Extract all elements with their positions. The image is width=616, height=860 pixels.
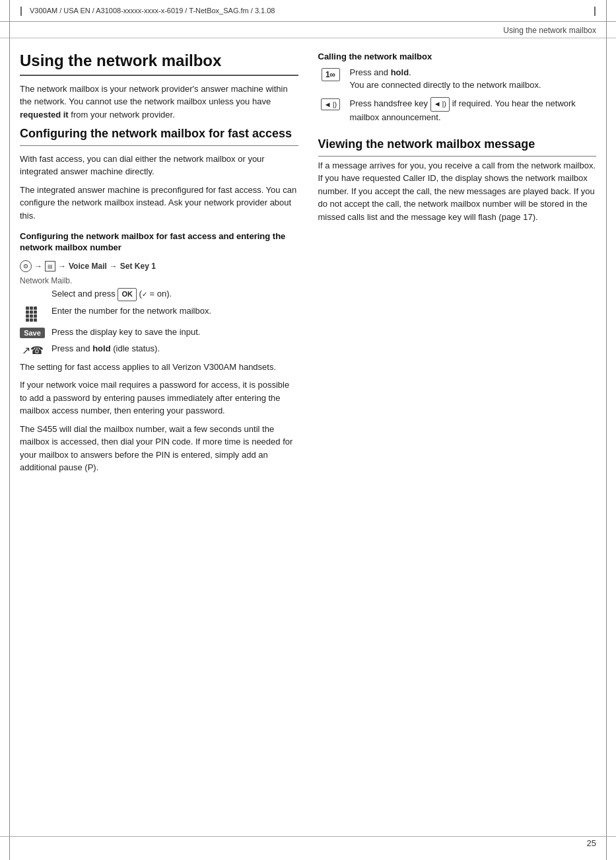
section1-heading-section: Configuring the network mailbox for fast… [20,126,298,146]
viewing-para: If a message arrives for you, you receiv… [318,159,597,224]
hold-icon-area: ↗☎ [20,343,45,357]
page-number: 25 [587,838,596,848]
page-section-title: Using the network mailbox [0,22,616,38]
page-container: | V300AM / USA EN / A31008-xxxxx-xxxx-x-… [0,0,616,860]
instr3-text: Press the display key to save the input. [51,326,298,339]
checkmark-icon: ✓ [142,291,147,298]
call2-text: Press handsfree key ◄|) if required. You… [350,97,597,124]
phone-hold-icon: ↗☎ [22,344,44,357]
nav-arrow-1: → [34,262,42,271]
handsfree-inline-icon: ◄|) [430,97,450,112]
instr1-text: Select and press OK (✓ = on). [51,288,298,301]
save-button-icon: Save [20,328,45,338]
one-key-icon-area: 1∞ [318,67,343,83]
section1-para1: With fast access, you can dial either th… [20,153,298,178]
instruction-row-1: Select and press OK (✓ = on). [20,288,298,301]
keypad-icon-area [20,305,45,322]
menu-icon: ⊙ [20,260,32,272]
bottom-border [0,836,616,837]
call1-text: Press and hold. You are connected direct… [350,67,597,92]
instruction-row-2: Enter the number for the network mailbox… [20,305,298,322]
instr4-bold: hold [92,343,110,353]
nav-set-key-label: Set Key 1 [120,262,156,271]
para-password: If your network voice mail requires a pa… [20,378,298,417]
save-icon-area: Save [20,326,45,338]
viewing-heading-section: Viewing the network mailbox message [318,137,597,157]
content-area: Using the network mailbox The network ma… [0,38,616,499]
nav-line: ⊙ → ▤ → Voice Mail → Set Key 1 [20,260,298,272]
right-column: Calling the network mailbox 1∞ Press and… [318,52,597,480]
intro-paragraph: The network mailbox is your network prov… [20,83,298,122]
call1-bold: hold [391,67,409,77]
ok-button: OK [118,288,137,301]
subsection-heading: Configuring the network mailbox for fast… [20,231,298,254]
viewing-heading: Viewing the network mailbox message [318,137,597,152]
speaker-arrow-icon: ◄ [324,100,331,108]
section1-para2: The integrated answer machine is preconf… [20,184,298,223]
instruction-row-3: Save Press the display key to save the i… [20,326,298,339]
keypad-icon [26,306,39,322]
call-row-2: ◄ |) Press handsfree key ◄|) if required… [318,97,597,124]
breadcrumb: | V300AM / USA EN / A31008-xxxxx-xxxx-x-… [20,5,275,16]
left-margin-line [9,0,10,860]
page-footer: 25 [587,838,596,848]
handsfree-icon-area: ◄ |) [318,97,343,113]
nav-arrow-3: → [110,262,118,271]
instr2-text: Enter the number for the network mailbox… [51,305,298,318]
handsfree-icon: ◄ |) [321,98,340,110]
para-fast-access: The setting for fast access applies to a… [20,361,298,374]
nav-voice-mail-label: Voice Mail [69,262,107,271]
one-key-icon: 1∞ [322,68,340,81]
section1-heading: Configuring the network mailbox for fast… [20,126,298,141]
main-heading-section: Using the network mailbox [20,52,298,76]
instruction-row-4: ↗☎ Press and hold (idle status). [20,343,298,357]
call-row-1: 1∞ Press and hold. You are connected dir… [318,67,597,92]
network-mailb-label: Network Mailb. [20,276,298,285]
top-header: | V300AM / USA EN / A31008-xxxxx-xxxx-x-… [0,0,616,22]
para-s455: The S455 will dial the mailbox number, w… [20,423,298,474]
left-column: Using the network mailbox The network ma… [20,52,298,480]
main-heading: Using the network mailbox [20,52,298,71]
nav-arrow-2: → [58,262,66,271]
right-margin-line [606,0,607,860]
calling-heading: Calling the network mailbox [318,52,597,61]
ok-icon-area [20,288,45,289]
instr4-text: Press and hold (idle status). [51,343,298,355]
intro-bold: requested it [20,110,69,120]
book-icon: ▤ [45,261,55,271]
